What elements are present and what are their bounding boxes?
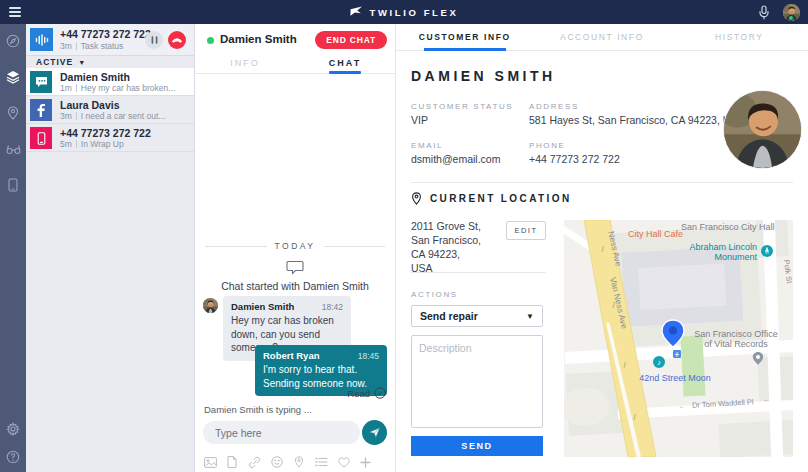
divider [76, 140, 77, 148]
theater-music-poi-icon: ♪ [653, 356, 665, 368]
task-name: Laura Davis [60, 99, 120, 111]
chat-tabs: INFO CHAT [195, 56, 395, 74]
chat-channel-icon [30, 71, 52, 93]
map-label-monument-2: Monument [714, 252, 757, 262]
message-time: 18:42 [322, 302, 343, 312]
customer-status-label: CUSTOMER STATUS [411, 102, 513, 111]
attachment-link-icon[interactable] [248, 455, 262, 469]
map-label-vital-records-2: of Vital Records [704, 339, 768, 349]
tab-customer-info[interactable]: CUSTOMER INFO [396, 24, 533, 50]
heart-icon[interactable] [337, 455, 351, 469]
paper-plane-icon [368, 426, 381, 439]
image-icon[interactable] [203, 455, 217, 469]
hamburger-menu-icon[interactable] [9, 7, 21, 17]
file-icon[interactable] [225, 455, 239, 469]
address-label: ADDRESS [529, 102, 579, 111]
emoji-icon[interactable] [270, 455, 284, 469]
list-icon[interactable] [314, 455, 328, 469]
agent-status-dot [788, 15, 794, 21]
chat-bubble-icon [195, 260, 395, 275]
actions-label: ACTIONS [411, 290, 458, 299]
task-name: +44 77273 272 722 [60, 127, 151, 139]
end-chat-button[interactable]: END CHAT [315, 31, 387, 49]
plus-icon[interactable] [359, 455, 373, 469]
task-preview: In Wrap Up [81, 139, 124, 149]
divider [76, 84, 77, 92]
typing-indicator: Damien Smith is typing ... [204, 404, 312, 415]
divider [76, 112, 77, 120]
chat-toolbar [203, 455, 373, 469]
chevron-down-icon: ▼ [78, 59, 86, 66]
message-time: 18:45 [358, 351, 379, 361]
street-arrow: ← [678, 402, 685, 409]
task-preview: I need a car sent out... [81, 111, 166, 121]
chat-started-message: Chat started with Damien Smith [195, 280, 395, 292]
address-value: 581 Hayes St, San Francisco, CA 94223, U… [529, 114, 744, 126]
task-time: 1m [60, 83, 72, 93]
customer-panel: CUSTOMER INFO ACCOUNT INFO HISTORY DAMIE… [395, 24, 808, 472]
top-bar: TWILIO FLEX [0, 0, 808, 24]
current-location-address: 2011 Grove St, San Francisco, CA 94223, … [411, 220, 481, 276]
active-call-task-header[interactable]: +44 77273 272 722 3m Task status [26, 24, 194, 56]
tab-account-info[interactable]: ACCOUNT INFO [533, 24, 670, 50]
task-item-laura-davis[interactable]: Laura Davis 3m I need a car sent out... [26, 96, 194, 124]
task-preview: Hey my car has broken... [81, 83, 175, 93]
task-item-damien-smith[interactable]: Damien Smith 1m Hey my car has broken... [26, 68, 194, 96]
tablet-icon[interactable] [0, 174, 26, 196]
map-label-monument: Abraham Lincoln [689, 242, 757, 252]
section-divider [411, 272, 546, 273]
street-arrow: ← [763, 396, 770, 403]
map-label-street-moon: 42nd Street Moon [639, 373, 711, 383]
send-action-button[interactable]: SEND [411, 436, 543, 456]
read-check-icon [374, 387, 386, 399]
twilio-flex-app: TWILIO FLEX [0, 0, 808, 472]
description-textarea[interactable] [411, 335, 543, 428]
active-section-label: ACTIVE [36, 57, 73, 67]
message-text: I'm sorry to hear that. Sending someone … [263, 363, 379, 390]
svg-text:♪: ♪ [657, 358, 661, 367]
message-input[interactable] [203, 421, 360, 444]
glasses-icon[interactable] [0, 138, 26, 160]
chevron-down-icon: ▼ [526, 312, 534, 321]
facebook-channel-icon [30, 99, 52, 121]
email-label: EMAIL [411, 141, 443, 150]
compass-icon[interactable] [0, 30, 26, 52]
hold-pause-button[interactable] [145, 31, 163, 49]
task-layers-icon[interactable] [0, 66, 26, 88]
chat-customer-name: Damien Smith [220, 33, 297, 45]
phone-label: PHONE [529, 141, 565, 150]
map-park [680, 335, 705, 396]
location-pin-icon[interactable] [0, 102, 26, 124]
location-map[interactable]: San Francisco City Hall City Hall Cafe A… [564, 220, 793, 457]
current-location-header: CURRENT LOCATION [411, 192, 572, 205]
action-select-dropdown[interactable]: Send repair ▼ [411, 305, 543, 327]
end-call-button[interactable] [168, 31, 186, 49]
help-icon[interactable] [0, 446, 26, 468]
customer-photo [724, 91, 801, 168]
map-label-vital-records: San Francisco Office [694, 329, 777, 339]
settings-gear-icon[interactable] [0, 418, 26, 440]
customer-tabs: CUSTOMER INFO ACCOUNT INFO HISTORY [396, 24, 808, 51]
message-author: Robert Ryan [263, 350, 319, 361]
task-item-wrapup-call[interactable]: +44 77273 272 722 5m In Wrap Up [26, 124, 194, 152]
message-author: Damien Smith [231, 301, 294, 312]
monument-poi-icon [761, 245, 773, 257]
location-pin-icon[interactable] [292, 455, 306, 469]
map-label-city-hall: San Francisco City Hall [681, 222, 775, 232]
location-pin-icon [411, 192, 422, 205]
microphone-icon[interactable] [757, 5, 771, 20]
send-message-button[interactable] [362, 420, 387, 445]
brand-title: TWILIO FLEX [370, 7, 459, 18]
tab-history[interactable]: HISTORY [671, 24, 808, 50]
twilio-flex-logo-icon [350, 6, 363, 18]
edit-location-button[interactable]: EDIT [506, 221, 546, 240]
task-name: Damien Smith [60, 71, 130, 83]
active-section-header[interactable]: ACTIVE ▼ [26, 56, 194, 68]
tab-chat[interactable]: CHAT [295, 56, 395, 73]
tab-info[interactable]: INFO [195, 56, 295, 73]
mobile-phone-channel-icon [30, 127, 52, 149]
online-status-dot [207, 37, 214, 44]
read-receipt: Read [347, 387, 386, 399]
task-timer: 3m [60, 41, 72, 51]
audio-wave-icon [30, 28, 53, 51]
